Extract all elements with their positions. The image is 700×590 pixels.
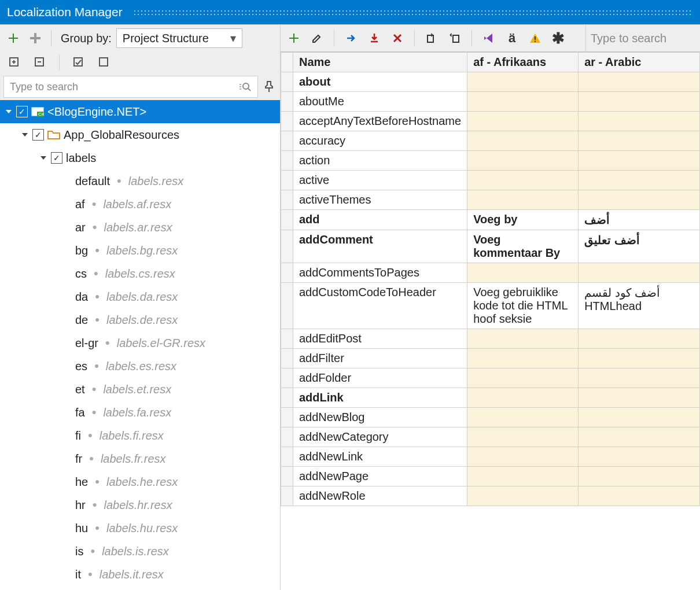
- column-header-name[interactable]: Name: [293, 53, 467, 72]
- cell-af[interactable]: Voeg by: [467, 210, 579, 230]
- pin-icon[interactable]: [261, 81, 277, 93]
- expander-icon[interactable]: [21, 131, 29, 139]
- import-in-icon[interactable]: [446, 30, 463, 47]
- project-tree[interactable]: ✓ C# <BlogEngine.NET> ✓ App_GlobalResour…: [0, 100, 280, 590]
- cell-ar[interactable]: [579, 329, 700, 349]
- tree-file-node[interactable]: el-gr•labels.el-GR.resx: [0, 331, 280, 355]
- cell-name[interactable]: active: [293, 171, 467, 190]
- cell-af[interactable]: [467, 349, 579, 368]
- cell-ar[interactable]: [579, 151, 700, 171]
- table-row[interactable]: active: [281, 171, 700, 190]
- tree-file-node[interactable]: af•labels.af.resx: [0, 193, 280, 216]
- tree-checkbox[interactable]: ✓: [32, 129, 44, 141]
- tree-file-node[interactable]: de•labels.de.resx: [0, 308, 280, 331]
- tree-file-node[interactable]: fi•labels.fi.resx: [0, 424, 280, 447]
- table-row[interactable]: addNewCategory: [281, 427, 700, 447]
- tree-file-node[interactable]: he•labels.he.resx: [0, 470, 280, 493]
- cell-ar[interactable]: [579, 447, 700, 467]
- cell-name[interactable]: activeThemes: [293, 190, 467, 210]
- table-row[interactable]: addFilter: [281, 349, 700, 368]
- cell-af[interactable]: [467, 263, 579, 283]
- tree-file-node[interactable]: ar•labels.ar.resx: [0, 216, 280, 239]
- collapse-all-icon[interactable]: [31, 54, 49, 71]
- cell-ar[interactable]: أضف: [579, 210, 700, 230]
- cell-ar[interactable]: [579, 408, 700, 427]
- cell-name[interactable]: acceptAnyTextBeforeHostname: [293, 112, 467, 131]
- cell-af[interactable]: [467, 171, 579, 190]
- cell-af[interactable]: Voeg kommentaar By: [467, 230, 579, 263]
- cell-ar[interactable]: [579, 427, 700, 447]
- cell-af[interactable]: [467, 427, 579, 447]
- cell-name[interactable]: addEditPost: [293, 329, 467, 349]
- tree-file-node[interactable]: hu•labels.hu.resx: [0, 517, 280, 540]
- left-search-input[interactable]: Type to search: [3, 76, 258, 98]
- cell-ar[interactable]: [579, 388, 700, 408]
- titlebar-grip[interactable]: [133, 8, 693, 16]
- cell-ar[interactable]: أضف كود لقسم HTMLhead: [579, 283, 700, 329]
- cell-name[interactable]: addLink: [293, 388, 467, 408]
- cell-name[interactable]: action: [293, 151, 467, 171]
- expander-icon[interactable]: [5, 108, 13, 116]
- cell-ar[interactable]: [579, 92, 700, 112]
- cell-name[interactable]: addComment: [293, 230, 467, 263]
- visual-studio-icon[interactable]: [480, 30, 498, 47]
- cell-af[interactable]: [467, 112, 579, 131]
- cell-af[interactable]: [467, 388, 579, 408]
- cell-ar[interactable]: [579, 349, 700, 368]
- table-row[interactable]: addCustomCodeToHeaderVoeg gebruiklike ko…: [281, 283, 700, 329]
- add-row-icon[interactable]: [285, 30, 303, 47]
- cell-af[interactable]: [467, 131, 579, 151]
- cell-af[interactable]: [467, 486, 579, 506]
- cell-ar[interactable]: [579, 112, 700, 131]
- cell-af[interactable]: [467, 329, 579, 349]
- cell-af[interactable]: [467, 447, 579, 467]
- tree-folder-node[interactable]: ✓ App_GlobalResources: [0, 123, 280, 146]
- table-row[interactable]: addNewLink: [281, 447, 700, 467]
- expand-all-icon[interactable]: [6, 54, 23, 71]
- tree-checkbox[interactable]: ✓: [51, 152, 62, 164]
- cell-ar[interactable]: [579, 190, 700, 210]
- column-header-ar[interactable]: ar - Arabic: [579, 53, 700, 72]
- cell-ar[interactable]: [579, 467, 700, 486]
- table-row[interactable]: addVoeg byأضف: [281, 210, 700, 230]
- table-row[interactable]: addNewRole: [281, 486, 700, 506]
- table-row[interactable]: accuracy: [281, 131, 700, 151]
- cell-name[interactable]: addFilter: [293, 349, 467, 368]
- cell-name[interactable]: addFolder: [293, 368, 467, 388]
- umlaut-icon[interactable]: ä: [503, 30, 521, 47]
- cell-ar[interactable]: [579, 131, 700, 151]
- tree-file-node[interactable]: hr•labels.hr.resx: [0, 493, 280, 517]
- asterisk-icon[interactable]: ✱: [550, 30, 567, 47]
- cell-name[interactable]: addCustomCodeToHeader: [293, 283, 467, 329]
- tree-file-node[interactable]: it•labels.it.resx: [0, 563, 280, 586]
- table-row[interactable]: about: [281, 72, 700, 92]
- tree-file-node[interactable]: da•labels.da.resx: [0, 285, 280, 308]
- add-icon[interactable]: [5, 30, 22, 47]
- cell-name[interactable]: addCommentsToPages: [293, 263, 467, 283]
- tree-file-node[interactable]: fr•labels.fr.resx: [0, 447, 280, 470]
- tree-checkbox[interactable]: ✓: [16, 106, 28, 117]
- cell-name[interactable]: addNewCategory: [293, 427, 467, 447]
- cell-name[interactable]: addNewLink: [293, 447, 467, 467]
- cell-ar[interactable]: [579, 171, 700, 190]
- table-row[interactable]: activeThemes: [281, 190, 700, 210]
- cell-name[interactable]: addNewRole: [293, 486, 467, 506]
- tree-file-node[interactable]: bg•labels.bg.resx: [0, 239, 280, 262]
- table-row[interactable]: addFolder: [281, 368, 700, 388]
- cell-af[interactable]: [467, 92, 579, 112]
- expander-icon[interactable]: [39, 154, 47, 162]
- import-icon[interactable]: [366, 30, 383, 47]
- tree-file-node[interactable]: fa•labels.fa.resx: [0, 401, 280, 424]
- table-row[interactable]: addNewBlog: [281, 408, 700, 427]
- add-outline-icon[interactable]: [27, 30, 44, 47]
- cell-af[interactable]: [467, 467, 579, 486]
- tree-file-node[interactable]: default•labels.resx: [0, 169, 280, 193]
- tree-file-node[interactable]: is•labels.is.resx: [0, 540, 280, 563]
- cell-name[interactable]: accuracy: [293, 131, 467, 151]
- cell-af[interactable]: [467, 368, 579, 388]
- table-row[interactable]: acceptAnyTextBeforeHostname: [281, 112, 700, 131]
- uncheck-all-icon[interactable]: [95, 54, 113, 71]
- table-row[interactable]: action: [281, 151, 700, 171]
- cell-name[interactable]: aboutMe: [293, 92, 467, 112]
- table-row[interactable]: addNewPage: [281, 467, 700, 486]
